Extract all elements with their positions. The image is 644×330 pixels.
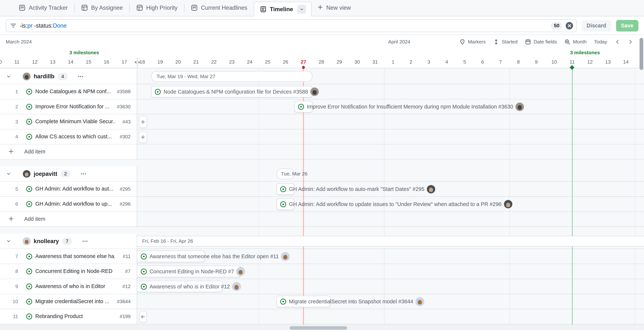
item-title[interactable]: Complete Minimum Viable Secur...	[36, 118, 115, 125]
bar-label: Awareness of who is in Editor #12	[150, 283, 230, 290]
day-number: 8	[517, 59, 520, 65]
tab-activity-tracker[interactable]: Activity Tracker	[12, 0, 74, 16]
horizontal-scrollbar-thumb[interactable]	[290, 326, 347, 330]
item-id: #11	[123, 253, 131, 259]
group-collapse-chevron-icon[interactable]	[6, 171, 12, 177]
tab-current-headlines[interactable]: Current Headlines	[184, 0, 254, 16]
add-item-row[interactable]: Add item	[0, 212, 644, 227]
row-number: 10	[9, 299, 18, 304]
group-date-range-pill[interactable]: Tue, Mar 19 - Wed, Mar 27	[151, 71, 312, 82]
scroll-prev-button[interactable]	[614, 39, 620, 45]
day-number: 10	[552, 59, 557, 65]
bar-label: Migrate credentialSecret into Snapshot m…	[289, 298, 413, 305]
filter-query-text: -is:pr -status:Done	[20, 22, 67, 29]
filter-clear-button[interactable]	[566, 22, 573, 30]
assignee-avatar	[310, 88, 319, 96]
project-icon	[191, 5, 198, 11]
scroll-next-button[interactable]	[628, 39, 634, 45]
tab-high-priority[interactable]: High Priority	[130, 0, 184, 16]
item-title[interactable]: Allow CS access to which cust...	[36, 134, 112, 140]
day-number: 10	[0, 59, 2, 65]
tab-menu-button[interactable]	[297, 5, 306, 14]
add-item-label: Add item	[24, 216, 45, 222]
day-number: 21	[193, 59, 199, 65]
group-date-range-pill[interactable]: Tue, Mar 26	[276, 169, 294, 179]
item-title[interactable]: GH Admin: Add workflow to up...	[36, 201, 112, 207]
item-id: #43	[122, 119, 131, 125]
day-number: 1	[392, 59, 394, 65]
group-header-panel[interactable]: joepavitt2	[0, 166, 137, 181]
filter-input[interactable]: -is:pr -status:Done 50	[6, 20, 577, 32]
new-view-button[interactable]: New view	[312, 0, 357, 16]
group-menu-kebab-icon[interactable]	[80, 171, 86, 177]
milestones-count-label: 3 milestones	[69, 50, 99, 56]
vertical-scrollbar-thumb[interactable]	[640, 38, 643, 70]
group-menu-kebab-icon[interactable]	[82, 238, 88, 244]
day-number: 22	[211, 59, 216, 65]
item-id: #295	[120, 186, 131, 192]
discard-button[interactable]: Discard	[582, 20, 611, 32]
day-number: 6	[481, 59, 484, 65]
save-button[interactable]: Save	[616, 20, 638, 32]
item-title[interactable]: Rebranding Product	[36, 313, 83, 319]
add-item-row[interactable]: Add item	[0, 145, 644, 160]
add-date-button[interactable]	[139, 131, 147, 143]
group-menu-kebab-icon[interactable]	[78, 74, 84, 80]
bar-label: Concurrent Editing in Node-RED #7	[150, 268, 234, 275]
group-header-panel[interactable]: knolleary7	[0, 234, 137, 249]
resize-arrow-left	[134, 61, 136, 64]
day-number: 20	[175, 59, 181, 65]
add-date-button[interactable]	[139, 116, 147, 128]
item-title[interactable]: Node Catalogues & NPM conf...	[36, 88, 111, 95]
item-title[interactable]: Improve Error Notification for ...	[36, 104, 110, 110]
plus-icon	[8, 149, 14, 154]
scroll-to-item-button[interactable]	[139, 311, 147, 322]
row-number: 2	[9, 104, 18, 110]
assignee-avatar	[416, 297, 424, 306]
issue-open-icon	[154, 89, 161, 95]
month-button[interactable]: Month	[564, 39, 586, 45]
group-name: hardillb	[34, 73, 54, 80]
group-collapse-chevron-icon[interactable]	[6, 238, 12, 244]
filter-bar: -is:pr -status:Done 50 Discard Save	[0, 17, 644, 35]
group-header-panel[interactable]: hardillb4	[0, 69, 137, 84]
day-number: 16	[104, 59, 109, 65]
day-number: 11	[570, 59, 574, 65]
issue-open-icon	[26, 313, 32, 320]
bar-content: Awareness of who is in Editor #12	[140, 279, 240, 294]
row-number: 7	[9, 253, 18, 259]
started-button[interactable]: Started	[493, 39, 518, 45]
day-number: 28	[319, 59, 324, 65]
day-number: 13	[605, 59, 611, 65]
tab-timeline[interactable]: Timeline	[254, 2, 312, 17]
panel-resize-handle[interactable]	[137, 58, 138, 68]
date-range-label: Tue, Mar 26	[281, 171, 308, 177]
group-date-range-pill[interactable]: Fri, Feb 16 - Fri, Apr 26	[137, 236, 644, 246]
item-row: 4Allow CS access to which cust...#302	[0, 129, 644, 145]
bar-content: Improve Error Notification for Insuffici…	[298, 99, 524, 115]
item-row: 1Node Catalogues & NPM conf...#3588	[0, 84, 644, 99]
view-tab-bar: Activity TrackerBy AssigneeHigh Priority…	[0, 0, 644, 17]
issue-open-icon	[26, 118, 32, 125]
item-id: #12	[122, 283, 131, 289]
item-title[interactable]: GH Admin: Add workflow to aut...	[36, 186, 114, 192]
new-view-label: New view	[326, 5, 351, 11]
issue-open-icon	[26, 201, 32, 207]
tab-by-assignee[interactable]: By Assignee	[75, 0, 129, 16]
calendar-icon	[525, 39, 531, 45]
today-button[interactable]: Today	[594, 39, 607, 45]
date-fields-button[interactable]: Date fields	[525, 39, 557, 45]
markers-button[interactable]: Markers	[459, 39, 486, 45]
assignee-avatar	[281, 252, 290, 261]
item-title[interactable]: Awareness that someone else ha...	[36, 253, 115, 259]
row-number: 4	[9, 134, 18, 140]
group-name: knolleary	[34, 238, 59, 245]
group-collapse-chevron-icon[interactable]	[6, 74, 12, 79]
row-number: 8	[9, 268, 18, 274]
item-title[interactable]: Migrate credentialSecret into ...	[36, 298, 109, 304]
item-title[interactable]: Awareness of who is in Editor	[36, 283, 105, 289]
item-title[interactable]: Concurrent Editing in Node-RED	[36, 268, 112, 274]
row-number: 11	[9, 313, 18, 319]
issue-open-icon	[140, 253, 147, 260]
day-number: 14	[68, 59, 73, 65]
